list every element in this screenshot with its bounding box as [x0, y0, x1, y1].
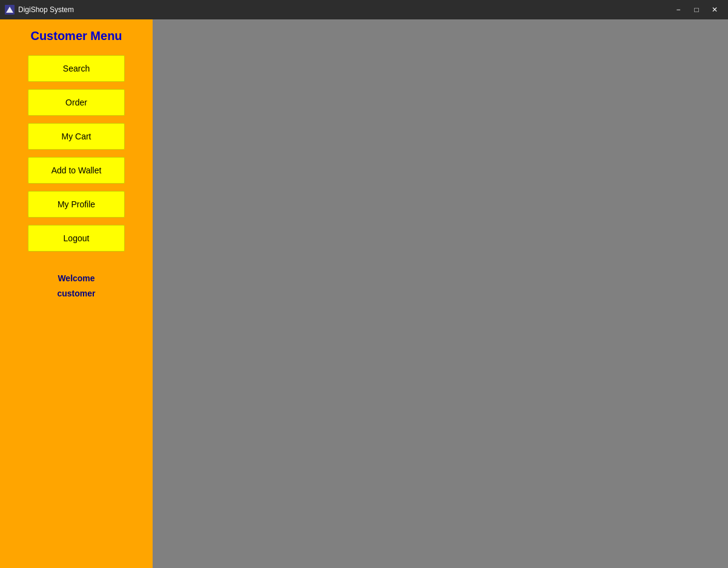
- title-bar: DigiShop System − □ ✕: [0, 0, 728, 19]
- app-icon: [5, 5, 15, 15]
- welcome-line1: Welcome: [57, 271, 95, 286]
- sidebar: Customer Menu Search Order My Cart Add t…: [0, 19, 153, 568]
- my-cart-button[interactable]: My Cart: [28, 123, 125, 150]
- search-button[interactable]: Search: [28, 55, 125, 82]
- logout-button[interactable]: Logout: [28, 225, 125, 252]
- order-button[interactable]: Order: [28, 89, 125, 116]
- sidebar-heading: Customer Menu: [30, 29, 122, 43]
- app-body: Customer Menu Search Order My Cart Add t…: [0, 19, 728, 568]
- app-title: DigiShop System: [18, 5, 74, 14]
- main-content: [153, 19, 728, 568]
- maximize-button[interactable]: □: [688, 4, 705, 16]
- minimize-button[interactable]: −: [670, 4, 687, 16]
- window-controls: − □ ✕: [670, 4, 723, 16]
- add-to-wallet-button[interactable]: Add to Wallet: [28, 157, 125, 184]
- welcome-line2: customer: [57, 286, 95, 301]
- my-profile-button[interactable]: My Profile: [28, 191, 125, 218]
- title-bar-left: DigiShop System: [5, 5, 74, 15]
- welcome-message: Welcome customer: [57, 271, 95, 301]
- close-button[interactable]: ✕: [706, 4, 723, 16]
